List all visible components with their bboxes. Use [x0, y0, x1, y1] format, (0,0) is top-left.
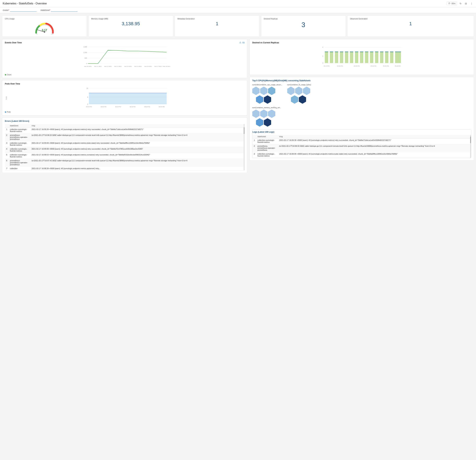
row-msg: ts=2021-02-17T16:08:32.589Z caller=dedup…	[30, 133, 245, 141]
svg-text:Feb 14 2021: Feb 14 2021	[124, 66, 132, 67]
cluster-input[interactable]	[10, 9, 36, 12]
svg-rect-44	[330, 51, 333, 52]
pods-svg-chart: 10 5 0 09:15 PM 09:20 PM 09:25 PM	[8, 86, 245, 110]
app-header: Kubernetes - StatefulSets - Overview ⏱ -…	[0, 0, 476, 7]
hex-mem-1	[252, 110, 260, 118]
logs-scrollbar[interactable]	[470, 135, 471, 158]
memory-title: Memory Usage (MB)	[91, 18, 170, 20]
svg-rect-53	[355, 52, 358, 63]
observed-gen-title: Observed Generation	[350, 18, 471, 20]
row-statefulset: prometheus-prometheus-operator-prometheu…	[256, 144, 278, 152]
fs-hex-row1	[287, 87, 311, 95]
errors-table-scroll[interactable]: statefulset msg 1 collection-sumologic-f…	[5, 124, 245, 170]
svg-rect-52	[350, 51, 353, 52]
fs-hex-label: sum(container_fs_usage_bytes)	[287, 84, 311, 86]
svg-rect-71	[398, 52, 401, 63]
svg-text:Feb 17 2021: Feb 17 2021	[154, 66, 162, 67]
refresh-button[interactable]: ↻	[459, 2, 462, 5]
metadata-gen-card: Metadata Generation 1	[175, 15, 260, 37]
pods-chart-header: Pods Over Time	[5, 83, 245, 85]
events-legend: Count	[5, 74, 245, 76]
logs-table-header: statefulset msg	[252, 135, 471, 138]
table-row: 2 prometheus-prometheus-operator-prometh…	[252, 144, 471, 152]
row-statefulset: collection-sumologic-fluentd-metrics	[256, 138, 278, 144]
svg-text:09:15 PM: 09:15 PM	[324, 65, 330, 67]
logs-col-num	[252, 135, 256, 138]
time-range-value: -30m	[451, 2, 455, 5]
statefulset-asterisk: *	[50, 9, 51, 11]
svg-text:2: 2	[323, 55, 323, 57]
svg-text:09:25 PM: 09:25 PM	[354, 65, 360, 67]
hex-fs-5	[299, 95, 306, 104]
hex-cpu-5	[264, 95, 271, 104]
row-statefulset: prometheus-prometheus-operator-prometheu…	[8, 133, 30, 141]
pods-legend-label: Pods	[7, 111, 11, 113]
svg-rect-42	[325, 51, 328, 52]
metadata-title: Metadata Generation	[178, 18, 257, 20]
menu-button[interactable]: ⋮	[470, 2, 473, 5]
hex-fs-4	[291, 95, 298, 104]
table-row: 3 collection-sumologic-fluentd-metrics 2…	[252, 152, 471, 158]
clock-icon: ⏱	[448, 2, 450, 5]
row-num: 3	[5, 141, 8, 147]
desired-replicas-value: 3	[264, 21, 343, 29]
svg-text:0.17: 0.17	[42, 29, 47, 32]
svg-text:Feb 10 2021: Feb 10 2021	[84, 66, 92, 67]
table-row: 1 collection-sumologic-fluentd-metrics 2…	[5, 128, 245, 133]
cpu-hex-group: sum(rate(container_cpu_usage_secon...	[252, 84, 282, 104]
svg-rect-62	[375, 51, 378, 52]
errors-table-card: Errors (Latest 100 Errors) statefulset m…	[2, 117, 247, 173]
errors-table-title: Errors (Latest 100 Errors)	[5, 120, 245, 122]
svg-rect-68	[390, 51, 393, 52]
top5-card: Top 5 CPU(%)/Memory(MB)/Disk(MB) consumi…	[249, 77, 474, 161]
desired-replicas-card: Desired Replicas 3	[261, 15, 346, 37]
svg-rect-67	[390, 52, 393, 63]
row-msg: ts=2021-02-17T16:07:42.583Z caller=dedup…	[30, 159, 245, 167]
svg-text:0: 0	[86, 63, 87, 64]
svg-text:Feb 12 2021: Feb 12 2021	[104, 66, 112, 67]
statefulset-input[interactable]	[51, 9, 77, 12]
metadata-value: 1	[178, 21, 257, 26]
row-msg: 2021-02-17 16:08:53 +0000 [warn]: #0 [su…	[30, 153, 245, 159]
cluster-filter: cluster *	[3, 9, 36, 12]
svg-text:09:40 PM: 09:40 PM	[395, 65, 401, 67]
hex-cpu-1	[252, 87, 260, 95]
observed-gen-card: Observed Generation 1	[347, 15, 474, 37]
pods-chart-title: Pods Over Time	[5, 83, 20, 85]
events-legend-dot	[5, 74, 6, 76]
errors-scrollbar-thumb	[244, 127, 245, 134]
svg-marker-28	[89, 93, 167, 104]
memory-hex-row1	[252, 110, 471, 118]
replicas-chart-title: Desired vs Current Replicas	[252, 42, 279, 44]
svg-rect-41	[325, 52, 328, 63]
svg-text:0: 0	[87, 103, 88, 105]
errors-table-header: statefulset msg	[5, 124, 245, 128]
row-num: 6	[5, 159, 8, 167]
table-row: 4 collection-sumologic-fluentd-metrics 2…	[5, 147, 245, 153]
hex-mem-3	[268, 110, 275, 118]
memory-hexagons	[252, 110, 471, 127]
logs-table-card: Logs (Latest 100 Logs) statefulset msg	[252, 129, 471, 158]
right-column: Desired vs Current Replicas 4 2 0	[249, 39, 474, 173]
time-range-selector[interactable]: ⏱ -30m	[447, 2, 457, 5]
svg-text:09:25 PM: 09:25 PM	[115, 106, 121, 108]
events-time-badge[interactable]: ⏱ -7D	[239, 42, 245, 44]
filter-button[interactable]: ⊟	[464, 2, 468, 5]
row-num: 1	[5, 128, 8, 133]
errors-scrollbar[interactable]	[244, 124, 245, 170]
table-row: 5 collection-sumologic-fluentd-metrics 2…	[5, 153, 245, 159]
pods-chart-card: Pods Over Time Pods 10 5 0	[2, 80, 247, 115]
hex-fs-1	[287, 87, 295, 95]
logs-table-body: 1 collection-sumologic-fluentd-metrics 2…	[252, 138, 471, 158]
cpu-hexagons	[252, 87, 282, 104]
logs-table-scroll[interactable]: statefulset msg 1 collection-sumologic-f…	[252, 135, 471, 158]
memory-usage-card: Memory Usage (MB) 3,138.95	[88, 15, 173, 37]
hex-mem-5	[264, 118, 271, 127]
hex-fs-2	[295, 87, 302, 95]
fs-hex-group: sum(container_fs_usage_bytes)	[287, 84, 311, 104]
table-row: 1 collection-sumologic-fluentd-metrics 2…	[252, 138, 471, 144]
hex-cpu-3	[268, 87, 275, 95]
svg-text:100: 100	[51, 34, 53, 34]
row-statefulset: collection	[8, 167, 30, 170]
table-row: 2 prometheus-prometheus-operator-prometh…	[5, 133, 245, 141]
